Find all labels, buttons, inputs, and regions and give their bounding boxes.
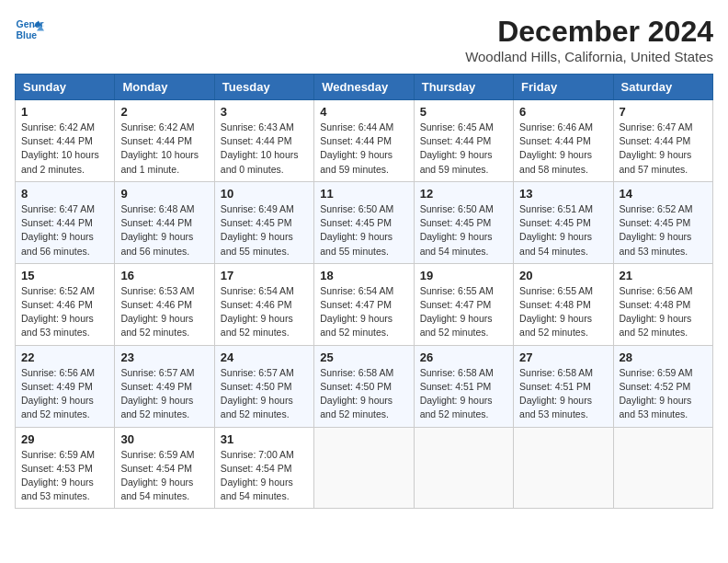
col-tuesday: Tuesday (214, 75, 313, 100)
day-detail: Sunrise: 6:57 AM Sunset: 4:49 PM Dayligh… (120, 366, 208, 422)
day-detail: Sunrise: 6:59 AM Sunset: 4:53 PM Dayligh… (21, 448, 108, 504)
day-number: 28 (620, 350, 707, 364)
day-number: 25 (320, 350, 407, 364)
day-number: 30 (120, 432, 208, 446)
day-number: 21 (620, 269, 707, 282)
calendar-header-row: Sunday Monday Tuesday Wednesday Thursday… (16, 75, 713, 100)
table-row: 28 Sunrise: 6:59 AM Sunset: 4:52 PM Dayl… (613, 345, 712, 427)
calendar-week-row: 22 Sunrise: 6:56 AM Sunset: 4:49 PM Dayl… (16, 345, 713, 427)
logo: General Blue (15, 15, 44, 44)
calendar-week-row: 1 Sunrise: 6:42 AM Sunset: 4:44 PM Dayli… (16, 100, 713, 182)
day-detail: Sunrise: 6:48 AM Sunset: 4:44 PM Dayligh… (120, 202, 208, 259)
day-number: 18 (320, 269, 407, 282)
day-detail: Sunrise: 6:52 AM Sunset: 4:45 PM Dayligh… (620, 202, 707, 259)
day-number: 29 (21, 432, 108, 446)
day-detail: Sunrise: 6:47 AM Sunset: 4:44 PM Dayligh… (620, 121, 707, 177)
table-row: 27 Sunrise: 6:58 AM Sunset: 4:51 PM Dayl… (514, 345, 613, 427)
day-detail: Sunrise: 6:59 AM Sunset: 4:54 PM Dayligh… (120, 448, 208, 504)
day-detail: Sunrise: 7:00 AM Sunset: 4:54 PM Dayligh… (221, 448, 308, 504)
day-detail: Sunrise: 6:58 AM Sunset: 4:50 PM Dayligh… (320, 366, 407, 422)
day-number: 8 (21, 187, 108, 201)
table-row: 30 Sunrise: 6:59 AM Sunset: 4:54 PM Dayl… (115, 427, 214, 509)
day-detail: Sunrise: 6:51 AM Sunset: 4:45 PM Dayligh… (519, 202, 607, 259)
day-detail: Sunrise: 6:45 AM Sunset: 4:44 PM Dayligh… (420, 121, 507, 177)
table-row: 29 Sunrise: 6:59 AM Sunset: 4:53 PM Dayl… (16, 427, 115, 509)
table-row: 17 Sunrise: 6:54 AM Sunset: 4:46 PM Dayl… (214, 263, 313, 345)
table-row (414, 427, 513, 509)
table-row: 19 Sunrise: 6:55 AM Sunset: 4:47 PM Dayl… (414, 263, 513, 345)
day-detail: Sunrise: 6:42 AM Sunset: 4:44 PM Dayligh… (120, 121, 208, 177)
day-number: 14 (620, 187, 707, 201)
calendar-week-row: 8 Sunrise: 6:47 AM Sunset: 4:44 PM Dayli… (16, 181, 713, 263)
day-number: 1 (21, 105, 108, 119)
day-detail: Sunrise: 6:57 AM Sunset: 4:50 PM Dayligh… (221, 366, 308, 422)
day-detail: Sunrise: 6:52 AM Sunset: 4:46 PM Dayligh… (21, 284, 108, 340)
table-row: 21 Sunrise: 6:56 AM Sunset: 4:48 PM Dayl… (613, 263, 712, 345)
table-row: 22 Sunrise: 6:56 AM Sunset: 4:49 PM Dayl… (16, 345, 115, 427)
day-number: 26 (420, 350, 507, 364)
table-row: 12 Sunrise: 6:50 AM Sunset: 4:45 PM Dayl… (414, 181, 513, 263)
table-row: 31 Sunrise: 7:00 AM Sunset: 4:54 PM Dayl… (214, 427, 313, 509)
day-number: 15 (21, 269, 108, 282)
day-number: 6 (519, 105, 607, 119)
day-number: 24 (221, 350, 308, 364)
table-row: 2 Sunrise: 6:42 AM Sunset: 4:44 PM Dayli… (115, 100, 214, 182)
col-saturday: Saturday (613, 75, 712, 100)
title-block: December 2024 Woodland Hills, California… (465, 15, 713, 64)
day-detail: Sunrise: 6:42 AM Sunset: 4:44 PM Dayligh… (21, 121, 108, 177)
day-detail: Sunrise: 6:58 AM Sunset: 4:51 PM Dayligh… (420, 366, 507, 422)
day-detail: Sunrise: 6:49 AM Sunset: 4:45 PM Dayligh… (221, 202, 308, 259)
day-number: 16 (120, 269, 208, 282)
calendar-table: Sunday Monday Tuesday Wednesday Thursday… (15, 74, 713, 509)
table-row: 16 Sunrise: 6:53 AM Sunset: 4:46 PM Dayl… (115, 263, 214, 345)
calendar-week-row: 15 Sunrise: 6:52 AM Sunset: 4:46 PM Dayl… (16, 263, 713, 345)
day-detail: Sunrise: 6:54 AM Sunset: 4:46 PM Dayligh… (221, 284, 308, 340)
table-row: 7 Sunrise: 6:47 AM Sunset: 4:44 PM Dayli… (613, 100, 712, 182)
col-monday: Monday (115, 75, 214, 100)
table-row: 26 Sunrise: 6:58 AM Sunset: 4:51 PM Dayl… (414, 345, 513, 427)
table-row: 5 Sunrise: 6:45 AM Sunset: 4:44 PM Dayli… (414, 100, 513, 182)
table-row: 25 Sunrise: 6:58 AM Sunset: 4:50 PM Dayl… (314, 345, 414, 427)
day-number: 4 (320, 105, 407, 119)
col-thursday: Thursday (414, 75, 513, 100)
col-friday: Friday (514, 75, 613, 100)
day-number: 9 (120, 187, 208, 201)
table-row: 18 Sunrise: 6:54 AM Sunset: 4:47 PM Dayl… (314, 263, 414, 345)
col-sunday: Sunday (16, 75, 115, 100)
day-detail: Sunrise: 6:47 AM Sunset: 4:44 PM Dayligh… (21, 202, 108, 259)
day-number: 17 (221, 269, 308, 282)
day-number: 2 (120, 105, 208, 119)
table-row: 4 Sunrise: 6:44 AM Sunset: 4:44 PM Dayli… (314, 100, 414, 182)
day-number: 13 (519, 187, 607, 201)
day-detail: Sunrise: 6:55 AM Sunset: 4:47 PM Dayligh… (420, 284, 507, 340)
day-number: 3 (221, 105, 308, 119)
table-row: 23 Sunrise: 6:57 AM Sunset: 4:49 PM Dayl… (115, 345, 214, 427)
table-row: 1 Sunrise: 6:42 AM Sunset: 4:44 PM Dayli… (16, 100, 115, 182)
svg-text:Blue: Blue (17, 30, 38, 40)
table-row: 8 Sunrise: 6:47 AM Sunset: 4:44 PM Dayli… (16, 181, 115, 263)
day-number: 31 (221, 432, 308, 446)
day-number: 12 (420, 187, 507, 201)
day-detail: Sunrise: 6:55 AM Sunset: 4:48 PM Dayligh… (519, 284, 607, 340)
day-detail: Sunrise: 6:50 AM Sunset: 4:45 PM Dayligh… (420, 202, 507, 259)
table-row: 24 Sunrise: 6:57 AM Sunset: 4:50 PM Dayl… (214, 345, 313, 427)
table-row: 9 Sunrise: 6:48 AM Sunset: 4:44 PM Dayli… (115, 181, 214, 263)
day-detail: Sunrise: 6:56 AM Sunset: 4:49 PM Dayligh… (21, 366, 108, 422)
table-row (314, 427, 414, 509)
day-number: 22 (21, 350, 108, 364)
day-detail: Sunrise: 6:46 AM Sunset: 4:44 PM Dayligh… (519, 121, 607, 177)
table-row: 13 Sunrise: 6:51 AM Sunset: 4:45 PM Dayl… (514, 181, 613, 263)
day-number: 11 (320, 187, 407, 201)
day-number: 10 (221, 187, 308, 201)
day-detail: Sunrise: 6:59 AM Sunset: 4:52 PM Dayligh… (620, 366, 707, 422)
table-row: 3 Sunrise: 6:43 AM Sunset: 4:44 PM Dayli… (214, 100, 313, 182)
day-number: 19 (420, 269, 507, 282)
day-detail: Sunrise: 6:53 AM Sunset: 4:46 PM Dayligh… (120, 284, 208, 340)
day-number: 5 (420, 105, 507, 119)
table-row: 15 Sunrise: 6:52 AM Sunset: 4:46 PM Dayl… (16, 263, 115, 345)
day-number: 27 (519, 350, 607, 364)
table-row: 10 Sunrise: 6:49 AM Sunset: 4:45 PM Dayl… (214, 181, 313, 263)
day-number: 20 (519, 269, 607, 282)
day-detail: Sunrise: 6:54 AM Sunset: 4:47 PM Dayligh… (320, 284, 407, 340)
day-number: 23 (120, 350, 208, 364)
